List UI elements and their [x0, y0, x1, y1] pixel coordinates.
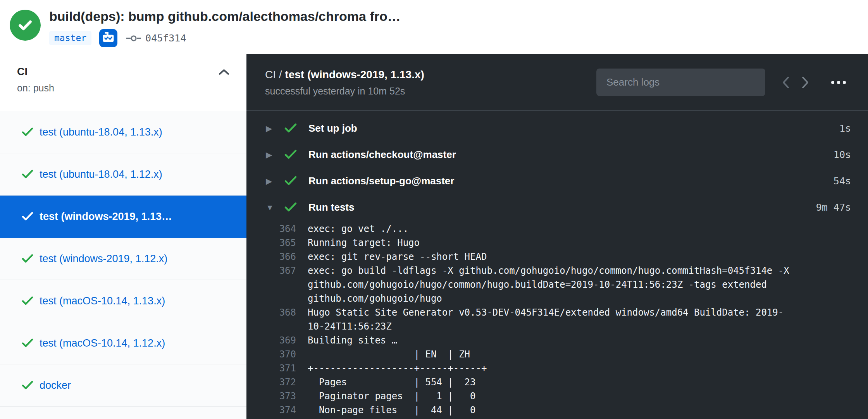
- run-header-text: build(deps): bump github.com/alecthomas/…: [49, 9, 401, 47]
- log-output: 364 exec: go vet ./... 365 Running targe…: [246, 220, 868, 417]
- jobs-sidebar: CI on: push test (ubuntu-18.04, 1.13.x): [0, 54, 246, 419]
- job-label: test (windows-2019, 1.13…: [40, 211, 172, 223]
- job-label: docker: [40, 380, 71, 392]
- step-duration: 10s: [834, 149, 851, 160]
- job-item-test-windows-2019-112[interactable]: test (windows-2019, 1.12.x): [0, 238, 246, 280]
- more-options-button[interactable]: [826, 77, 851, 88]
- kebab-icon: [843, 81, 846, 84]
- log-line-text: +------------------+-----+-----+: [308, 361, 487, 375]
- step-success-icon: [284, 149, 297, 160]
- step-success-icon: [284, 176, 297, 186]
- log-line-number[interactable]: 368: [246, 306, 296, 319]
- log-line-number[interactable]: 373: [246, 389, 296, 403]
- disclosure-collapsed-icon[interactable]: ▶: [266, 151, 278, 159]
- branch-badge[interactable]: master: [49, 31, 91, 45]
- log-line-number[interactable]: 367: [246, 264, 296, 278]
- check-icon: [17, 17, 34, 34]
- log-line-number[interactable]: 371: [246, 361, 296, 375]
- kebab-icon: [837, 81, 840, 84]
- commit-icon: [126, 33, 141, 43]
- log-line-text: exec: go vet ./...: [308, 222, 408, 236]
- log-line-text: Pages | 554 | 23: [308, 375, 475, 389]
- job-label: test (windows-2019, 1.12.x): [40, 253, 167, 265]
- chevron-right-icon: [801, 76, 809, 89]
- commit-sha-link[interactable]: 045f314: [145, 33, 186, 44]
- search-logs-input[interactable]: [596, 69, 765, 96]
- log-header-controls: [596, 69, 851, 96]
- workflow-header: CI on: push: [0, 54, 246, 111]
- log-header-titles: CI / test (windows-2019, 1.13.x) success…: [265, 68, 424, 97]
- step-duration: 54s: [834, 175, 851, 187]
- next-match-button[interactable]: [796, 76, 815, 89]
- log-line-number[interactable]: 369: [246, 333, 296, 347]
- log-line-text: exec: git rev-parse --short HEAD: [308, 250, 487, 264]
- job-breadcrumb: CI / test (windows-2019, 1.13.x): [265, 68, 424, 81]
- chevron-up-icon[interactable]: [219, 69, 229, 76]
- log-line-number[interactable]: 374: [246, 403, 296, 417]
- step-success-icon: [284, 202, 297, 212]
- step-run-checkout[interactable]: ▶ Run actions/checkout@master 10s: [246, 141, 868, 168]
- step-duration: 1s: [839, 123, 851, 134]
- log-line-number[interactable]: 364: [246, 222, 296, 236]
- job-item-test-macos-1014-112[interactable]: test (macOS-10.14, 1.12.x): [0, 322, 246, 364]
- log-line-text: Running target: Hugo: [308, 236, 420, 250]
- step-run-tests[interactable]: ▼ Run tests 9m 47s: [246, 194, 868, 220]
- job-success-icon: [22, 254, 33, 263]
- job-success-icon: [22, 212, 33, 221]
- job-label: test (macOS-10.14, 1.12.x): [40, 337, 165, 349]
- step-duration: 9m 47s: [816, 202, 851, 213]
- log-line: 371 +------------------+-----+-----+: [246, 361, 868, 375]
- log-line: 367 exec: go build -ldflags -X github.co…: [246, 264, 868, 306]
- job-label: test (ubuntu-18.04, 1.13.x): [40, 126, 162, 138]
- step-name: Run actions/setup-go@master: [308, 175, 454, 187]
- log-line: 373 Paginator pages | 1 | 0: [246, 389, 868, 403]
- log-line: 365 Running target: Hugo: [246, 236, 868, 250]
- log-line-number[interactable]: 372: [246, 375, 296, 389]
- log-line-number[interactable]: 370: [246, 347, 296, 361]
- log-line: 372 Pages | 554 | 23: [246, 375, 868, 389]
- disclosure-collapsed-icon[interactable]: ▶: [266, 177, 278, 185]
- log-line-text: | EN | ZH: [308, 347, 470, 361]
- chevron-left-icon: [782, 76, 790, 89]
- run-meta-row: master: [49, 29, 401, 47]
- job-success-icon: [22, 170, 33, 179]
- log-line-text: exec: go build -ldflags -X github.com/go…: [308, 264, 789, 306]
- workflow-name: CI: [17, 66, 28, 78]
- steps-list: ▶ Set up job 1s ▶ Run actions/checkout@m…: [246, 111, 868, 220]
- step-name: Set up job: [308, 122, 357, 134]
- log-line: 369 Building sites …: [246, 333, 868, 347]
- workflow-crumb: CI /: [265, 69, 285, 81]
- log-panel: CI / test (windows-2019, 1.13.x) success…: [246, 54, 868, 419]
- prev-match-button[interactable]: [776, 76, 796, 89]
- job-title: test (windows-2019, 1.13.x): [285, 69, 424, 81]
- job-item-docker[interactable]: docker: [0, 364, 246, 407]
- log-line: 370 | EN | ZH: [246, 347, 868, 361]
- log-line-text: Hugo Static Site Generator v0.53-DEV-045…: [308, 306, 789, 333]
- log-line-number[interactable]: 365: [246, 236, 296, 250]
- log-line-number[interactable]: 366: [246, 250, 296, 264]
- job-item-test-ubuntu-1804-112[interactable]: test (ubuntu-18.04, 1.12.x): [0, 153, 246, 196]
- disclosure-collapsed-icon[interactable]: ▶: [266, 124, 278, 132]
- workflow-run-page: build(deps): bump github.com/alecthomas/…: [0, 0, 868, 419]
- main-split: CI on: push test (ubuntu-18.04, 1.13.x): [0, 54, 868, 419]
- step-name: Run tests: [308, 201, 354, 213]
- job-success-icon: [22, 127, 33, 137]
- log-line-text: Building sites …: [308, 333, 397, 347]
- step-run-setup-go[interactable]: ▶ Run actions/setup-go@master 54s: [246, 168, 868, 194]
- job-success-icon: [22, 381, 33, 390]
- log-line-text: Paginator pages | 1 | 0: [308, 389, 475, 403]
- job-item-test-ubuntu-1804-113[interactable]: test (ubuntu-18.04, 1.13.x): [0, 111, 246, 153]
- job-item-test-macos-1014-113[interactable]: test (macOS-10.14, 1.13.x): [0, 280, 246, 322]
- disclosure-expanded-icon[interactable]: ▼: [266, 203, 278, 211]
- job-item-test-windows-2019-113[interactable]: test (windows-2019, 1.13…: [0, 196, 246, 238]
- commit-group: 045f314: [126, 33, 186, 44]
- run-title: build(deps): bump github.com/alecthomas/…: [49, 9, 401, 24]
- job-success-icon: [22, 338, 33, 348]
- job-label: test (macOS-10.14, 1.13.x): [40, 295, 165, 307]
- run-header: build(deps): bump github.com/alecthomas/…: [0, 0, 868, 54]
- job-list: test (ubuntu-18.04, 1.13.x) test (ubuntu…: [0, 111, 246, 407]
- run-success-icon: [10, 10, 41, 41]
- step-set-up-job[interactable]: ▶ Set up job 1s: [246, 115, 868, 141]
- log-line: 364 exec: go vet ./...: [246, 222, 868, 236]
- kebab-icon: [831, 81, 834, 84]
